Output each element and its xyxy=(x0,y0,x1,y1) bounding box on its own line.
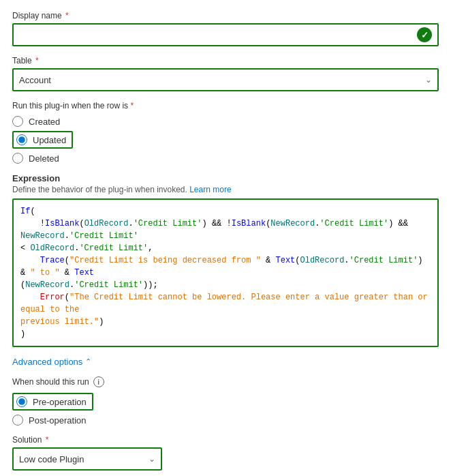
table-label: Table * xyxy=(12,56,439,65)
radio-option-updated-highlight[interactable]: Updated xyxy=(12,131,73,149)
radio-created-label: Created xyxy=(29,117,60,127)
radio-option-deleted[interactable]: Deleted xyxy=(12,153,439,164)
info-icon: i xyxy=(93,376,104,387)
radio-created[interactable] xyxy=(12,116,23,127)
table-select[interactable]: Account Contact Lead Opportunity xyxy=(19,75,425,85)
code-editor[interactable]: If( !IsBlank(OldRecord.'Credit Limit') &… xyxy=(12,198,439,347)
display-name-input-wrapper: Prevent Credit Limit Decrease on Account xyxy=(12,23,439,46)
radio-pre-operation-label: Pre-operation xyxy=(33,397,87,407)
chevron-down-solution-icon: ⌄ xyxy=(149,454,155,464)
table-select-wrapper: Account Contact Lead Opportunity ⌄ xyxy=(12,68,439,91)
radio-deleted-label: Deleted xyxy=(29,153,59,164)
expression-desc: Define the behavior of the plug-in when … xyxy=(12,185,439,194)
run-when-label: Run this plug-in when the row is * xyxy=(12,101,439,110)
radio-deleted[interactable] xyxy=(12,153,23,164)
solution-label: Solution * xyxy=(12,435,439,445)
radio-post-operation[interactable] xyxy=(12,415,23,426)
when-run-label: When should this run i xyxy=(12,376,439,387)
learn-more-link[interactable]: Learn more xyxy=(189,185,231,194)
when-run-section: When should this run i Pre-operation Pos… xyxy=(12,376,439,426)
solution-select[interactable]: Low code Plugin Default Solution xyxy=(19,454,149,464)
form: Display name * Prevent Credit Limit Decr… xyxy=(12,11,439,471)
table-group: Table * Account Contact Lead Opportunity… xyxy=(12,56,439,91)
advanced-options-toggle[interactable]: Advanced options ⌃ xyxy=(12,357,439,367)
radio-option-pre-operation-highlight[interactable]: Pre-operation xyxy=(12,393,93,411)
radio-option-post-operation[interactable]: Post-operation xyxy=(12,415,439,426)
chevron-down-icon: ⌄ xyxy=(425,75,432,85)
run-when-group: Run this plug-in when the row is * Creat… xyxy=(12,101,439,164)
display-name-input[interactable]: Prevent Credit Limit Decrease on Account xyxy=(19,30,417,40)
radio-pre-operation[interactable] xyxy=(16,396,27,407)
radio-updated-label: Updated xyxy=(33,135,66,145)
radio-updated[interactable] xyxy=(16,134,27,145)
solution-select-wrapper: Low code Plugin Default Solution ⌄ xyxy=(12,447,162,471)
display-name-group: Display name * Prevent Credit Limit Decr… xyxy=(12,11,439,46)
solution-group: Solution * Low code Plugin Default Solut… xyxy=(12,435,439,471)
display-name-label: Display name * xyxy=(12,11,439,20)
radio-option-created[interactable]: Created xyxy=(12,116,439,127)
chevron-up-icon: ⌃ xyxy=(85,357,91,366)
display-name-check-icon xyxy=(417,27,432,42)
radio-post-operation-label: Post-operation xyxy=(29,415,87,426)
expression-section: Expression Define the behavior of the pl… xyxy=(12,173,439,347)
expression-title: Expression xyxy=(12,173,439,183)
